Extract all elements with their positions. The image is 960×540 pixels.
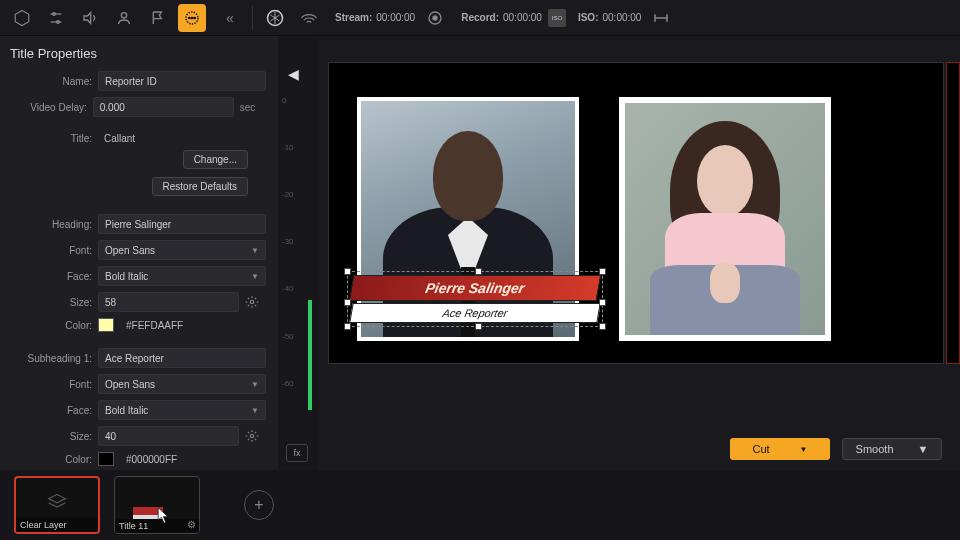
collapse-left-icon[interactable]: « <box>216 4 244 32</box>
program-monitor-edge <box>946 62 960 364</box>
chevron-down-icon: ▼ <box>251 272 259 281</box>
gear-icon[interactable] <box>245 295 259 309</box>
lower-third-heading: Pierre Salinger <box>349 275 602 301</box>
layers-icon <box>44 492 70 512</box>
svg-point-10 <box>194 17 195 18</box>
gear-icon[interactable]: ⚙ <box>187 519 196 530</box>
fx-button[interactable]: fx <box>286 444 308 462</box>
svg-point-13 <box>433 15 438 20</box>
name-label: Name: <box>10 76 92 87</box>
heading-input[interactable] <box>98 214 266 234</box>
chevron-down-icon: ▼ <box>251 246 259 255</box>
thumb-clear-layer[interactable]: Clear Layer <box>14 476 100 534</box>
sub-size-label: Size: <box>10 431 92 442</box>
svg-point-8 <box>189 17 190 18</box>
play-icon[interactable]: ◀ <box>288 66 299 82</box>
sub-font-label: Font: <box>10 379 92 390</box>
preview-source-1[interactable]: Pierre Salinger Ace Reporter <box>357 97 579 341</box>
panel-title: Title Properties <box>10 46 266 61</box>
svg-point-14 <box>250 300 254 304</box>
top-toolbar: « Stream:00:00:00 Record:00:00:00 ISO IS… <box>0 0 960 36</box>
stream-icon[interactable] <box>295 4 323 32</box>
chevron-down-icon: ▼ <box>251 406 259 415</box>
sub-color-swatch[interactable] <box>98 452 114 466</box>
thumb-label: Clear Layer <box>16 518 98 532</box>
face-dropdown[interactable]: Bold Italic▼ <box>98 266 266 286</box>
audio-icon[interactable] <box>76 4 104 32</box>
delay-unit: sec <box>240 102 266 113</box>
size-input[interactable] <box>98 292 239 312</box>
subheading1-label: Subheading 1: <box>10 353 92 364</box>
restore-defaults-button[interactable]: Restore Defaults <box>152 177 248 196</box>
preview-source-2[interactable] <box>619 97 831 341</box>
audio-meter: ◀ 0 -10 -20 -30 -40 -50 -60 fx <box>278 36 318 470</box>
sub-color-label: Color: <box>10 454 92 465</box>
add-layer-button[interactable]: + <box>244 490 274 520</box>
smooth-button[interactable]: Smooth▼ <box>842 438 942 460</box>
svg-point-9 <box>191 17 192 18</box>
svg-point-15 <box>250 434 254 438</box>
font-dropdown[interactable]: Open Sans▼ <box>98 240 266 260</box>
svg-marker-0 <box>15 10 29 25</box>
svg-point-6 <box>121 12 126 17</box>
heading-label: Heading: <box>10 219 92 230</box>
record-status: Record:00:00:00 <box>461 12 542 23</box>
title-properties-panel: Title Properties Name: Video Delay: sec … <box>0 36 278 470</box>
font-label: Font: <box>10 245 92 256</box>
meter-tick: -60 <box>282 379 294 388</box>
hex-logo-icon[interactable] <box>8 4 36 32</box>
face-label: Face: <box>10 271 92 282</box>
svg-marker-16 <box>49 495 66 503</box>
chat-icon[interactable] <box>178 4 206 32</box>
sub-color-hex: #000000FF <box>126 454 177 465</box>
color-hex: #FEFDAAFF <box>126 320 183 331</box>
lower-third[interactable]: Pierre Salinger Ace Reporter <box>351 275 599 323</box>
title-value: Callant <box>98 133 266 144</box>
iso-badge[interactable]: ISO <box>548 9 566 27</box>
chevron-down-icon: ▼ <box>918 443 929 455</box>
iso-status: ISO:00:00:00 <box>578 12 642 23</box>
title-label: Title: <box>10 133 92 144</box>
user-icon[interactable] <box>110 4 138 32</box>
sub-size-input[interactable] <box>98 426 239 446</box>
change-button[interactable]: Change... <box>183 150 248 169</box>
svg-marker-5 <box>84 12 91 23</box>
meter-level <box>308 300 312 410</box>
sub-face-label: Face: <box>10 405 92 416</box>
cut-button[interactable]: Cut▼ <box>730 438 830 460</box>
subheading1-input[interactable] <box>98 348 266 368</box>
transition-actions: Cut▼ Smooth▼ <box>730 438 942 460</box>
preview-canvas[interactable]: Pierre Salinger Ace Reporter <box>328 62 944 364</box>
gear-icon[interactable] <box>245 429 259 443</box>
color-swatch[interactable] <box>98 318 114 332</box>
delay-input[interactable] <box>93 97 234 117</box>
layer-thumbnails: Clear Layer Title 11 ⚙ + <box>0 470 960 540</box>
sub-face-dropdown[interactable]: Bold Italic▼ <box>98 400 266 420</box>
size-label: Size: <box>10 297 92 308</box>
inout-icon[interactable] <box>647 4 675 32</box>
stream-status: Stream:00:00:00 <box>335 12 415 23</box>
color-label: Color: <box>10 320 92 331</box>
chevron-down-icon: ▼ <box>251 380 259 389</box>
flag-icon[interactable] <box>144 4 172 32</box>
sliders-icon[interactable] <box>42 4 70 32</box>
sub-font-dropdown[interactable]: Open Sans▼ <box>98 374 266 394</box>
meter-tick: -50 <box>282 332 294 341</box>
meter-tick: -30 <box>282 237 294 246</box>
separator <box>252 6 253 30</box>
lower-third-sub: Ace Reporter <box>349 303 601 323</box>
record-icon[interactable] <box>421 4 449 32</box>
meter-tick: -20 <box>282 190 294 199</box>
meter-tick: 0 <box>282 96 286 105</box>
meter-tick: -40 <box>282 284 294 293</box>
meter-tick: -10 <box>282 143 294 152</box>
delay-label: Video Delay: <box>10 102 87 113</box>
chevron-down-icon: ▼ <box>800 445 808 454</box>
app-logo-icon[interactable] <box>261 4 289 32</box>
thumb-title-11[interactable]: Title 11 ⚙ <box>114 476 200 534</box>
name-input[interactable] <box>98 71 266 91</box>
